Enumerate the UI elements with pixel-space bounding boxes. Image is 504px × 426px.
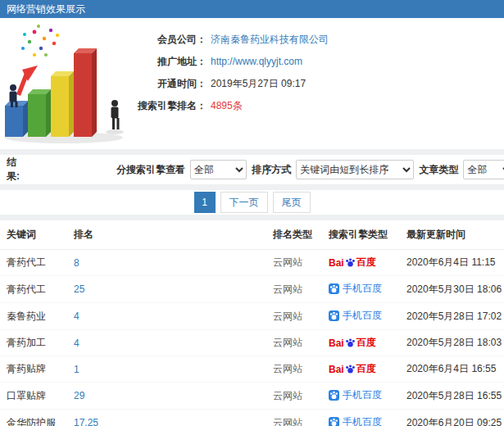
filter-controls: 分搜索引擎查看 全部 排序方式 关键词由短到长排序 文章类型 全部 提交 <box>116 152 504 188</box>
keyword-cell: 膏药贴牌 <box>0 356 67 383</box>
sort-select[interactable]: 关键词由短到长排序 <box>296 160 414 179</box>
engine-cell: 手机百度 <box>322 383 400 410</box>
mobile-baidu-icon <box>329 417 339 426</box>
info-value: 2019年5月27日 09:17 <box>211 73 306 95</box>
engine-filter-label: 分搜索引擎查看 <box>116 163 185 177</box>
results-table-section: 关键词排名排名类型搜索引擎类型最新更新时间 膏药代工 8 云网站 Bai百度 2… <box>0 220 504 426</box>
mobile-baidu-icon <box>329 283 339 294</box>
keyword-cell: 膏药代工 <box>0 276 67 303</box>
page-current[interactable]: 1 <box>194 192 216 213</box>
engine-cell: Bai百度 <box>322 330 400 356</box>
rank-type-cell: 云网站 <box>266 250 322 276</box>
column-header: 关键词 <box>0 220 67 250</box>
mobile-baidu-icon <box>329 390 339 401</box>
rank-cell: 4 <box>67 330 266 356</box>
keyword-cell: 膏药代工 <box>0 250 67 276</box>
keyword-cell: 秦鲁药业 <box>0 303 67 330</box>
rank-link[interactable]: 25 <box>74 283 84 295</box>
baidu-logo: Bai百度 <box>329 336 376 350</box>
info-list: 会员公司： 济南秦鲁药业科技有限公司 推广地址： http://www.qlyy… <box>131 22 329 145</box>
table-row: 金华防护服 17,25 云网站 手机百度 2020年6月20日 09:25 <box>0 410 504 426</box>
info-value[interactable]: 济南秦鲁药业科技有限公司 <box>211 29 329 51</box>
rank-cell: 29 <box>67 383 266 410</box>
table-row: 膏药代工 8 云网站 Bai百度 2020年6月4日 11:15 <box>0 250 504 276</box>
info-row: 开通时间： 2019年5月27日 09:17 <box>131 73 329 95</box>
info-row: 搜索引擎排名： 4895条 <box>131 95 329 117</box>
info-label: 会员公司： <box>131 29 207 51</box>
engine-cell: 手机百度 <box>322 276 400 303</box>
table-row: 秦鲁药业 4 云网站 手机百度 2020年5月28日 17:02 <box>0 303 504 330</box>
mobile-baidu-logo: 手机百度 <box>329 309 382 323</box>
result-label: 结果: <box>7 156 20 184</box>
keyword-cell: 膏药加工 <box>0 330 67 356</box>
keyword-cell: 金华防护服 <box>0 410 67 426</box>
rank-type-cell: 云网站 <box>266 410 322 426</box>
table-header-row: 关键词排名排名类型搜索引擎类型最新更新时间 <box>0 220 504 250</box>
article-type-label: 文章类型 <box>419 163 458 177</box>
info-label: 开通时间： <box>131 73 207 95</box>
mobile-baidu-logo: 手机百度 <box>329 282 382 296</box>
info-row: 推广地址： http://www.qlyyjt.com <box>131 51 329 73</box>
table-body: 膏药代工 8 云网站 Bai百度 2020年6月4日 11:15 膏药代工 25… <box>0 250 504 426</box>
engine-cell: 手机百度 <box>322 303 400 330</box>
update-time-cell: 2020年6月20日 09:25 <box>400 410 504 426</box>
rank-link[interactable]: 1 <box>74 364 79 375</box>
update-time-cell: 2020年5月28日 18:03 <box>400 330 504 356</box>
rank-type-cell: 云网站 <box>266 276 322 303</box>
update-time-cell: 2020年5月30日 18:06 <box>400 276 504 303</box>
rank-cell: 8 <box>67 250 266 276</box>
column-header: 排名 <box>67 220 266 250</box>
update-time-cell: 2020年5月28日 17:02 <box>400 303 504 330</box>
rank-link[interactable]: 29 <box>74 390 84 401</box>
filter-bar: 结果: 分搜索引擎查看 全部 排序方式 关键词由短到长排序 文章类型 全部 提交 <box>0 155 504 184</box>
top-section: 会员公司： 济南秦鲁药业科技有限公司 推广地址： http://www.qlyy… <box>0 18 504 149</box>
sort-label: 排序方式 <box>252 163 291 177</box>
update-time-cell: 2020年6月4日 11:15 <box>400 250 504 276</box>
rank-cell: 4 <box>67 303 266 330</box>
update-time-cell: 2020年5月28日 16:55 <box>400 383 504 410</box>
page: 网络营销效果展示 <box>0 0 504 426</box>
last-page-button[interactable]: 尾页 <box>273 192 311 213</box>
column-header: 排名类型 <box>266 220 322 250</box>
table-row: 膏药代工 25 云网站 手机百度 2020年5月30日 18:06 <box>0 276 504 303</box>
baidu-logo: Bai百度 <box>329 362 376 376</box>
info-label: 搜索引擎排名： <box>131 95 207 117</box>
rank-type-cell: 云网站 <box>266 383 322 410</box>
rank-type-cell: 云网站 <box>266 356 322 383</box>
mobile-baidu-logo: 手机百度 <box>329 388 382 402</box>
engine-cell: 手机百度 <box>322 410 400 426</box>
rank-cell: 1 <box>67 356 266 383</box>
engine-filter-select[interactable]: 全部 <box>190 160 247 179</box>
bar-chart-graphic <box>0 22 131 145</box>
results-table: 关键词排名排名类型搜索引擎类型最新更新时间 膏药代工 8 云网站 Bai百度 2… <box>0 220 504 426</box>
baidu-logo: Bai百度 <box>329 256 376 270</box>
mobile-baidu-logo: 手机百度 <box>329 415 382 426</box>
info-label: 推广地址： <box>131 51 207 73</box>
info-value[interactable]: http://www.qlyyjt.com <box>211 51 302 73</box>
info-row: 会员公司： 济南秦鲁药业科技有限公司 <box>131 29 329 51</box>
baidu-paw-icon <box>345 338 356 348</box>
rank-link[interactable]: 4 <box>74 338 79 349</box>
rank-cell: 17,25 <box>67 410 266 426</box>
article-type-select[interactable]: 全部 <box>463 160 504 179</box>
titlebar: 网络营销效果展示 <box>0 0 504 18</box>
rank-link[interactable]: 4 <box>74 310 79 322</box>
baidu-paw-icon <box>345 364 356 374</box>
table-row: 膏药贴牌 1 云网站 Bai百度 2020年6月4日 16:55 <box>0 356 504 383</box>
next-page-button[interactable]: 下一页 <box>220 192 268 213</box>
table-row: 口罩贴牌 29 云网站 手机百度 2020年5月28日 16:55 <box>0 383 504 410</box>
column-header: 搜索引擎类型 <box>322 220 400 250</box>
rank-type-cell: 云网站 <box>266 303 322 330</box>
page-title: 网络营销效果展示 <box>7 3 85 15</box>
column-header: 最新更新时间 <box>400 220 504 250</box>
keyword-cell: 口罩贴牌 <box>0 383 67 410</box>
mobile-baidu-icon <box>329 310 339 321</box>
info-value: 4895条 <box>211 95 243 117</box>
pagination: 1 下一页 尾页 <box>0 190 504 215</box>
table-row: 膏药加工 4 云网站 Bai百度 2020年5月28日 18:03 <box>0 330 504 356</box>
rank-link[interactable]: 8 <box>74 257 79 269</box>
rank-type-cell: 云网站 <box>266 330 322 356</box>
baidu-paw-icon <box>345 257 356 268</box>
update-time-cell: 2020年6月4日 16:55 <box>400 356 504 383</box>
rank-link[interactable]: 17,25 <box>74 417 98 426</box>
